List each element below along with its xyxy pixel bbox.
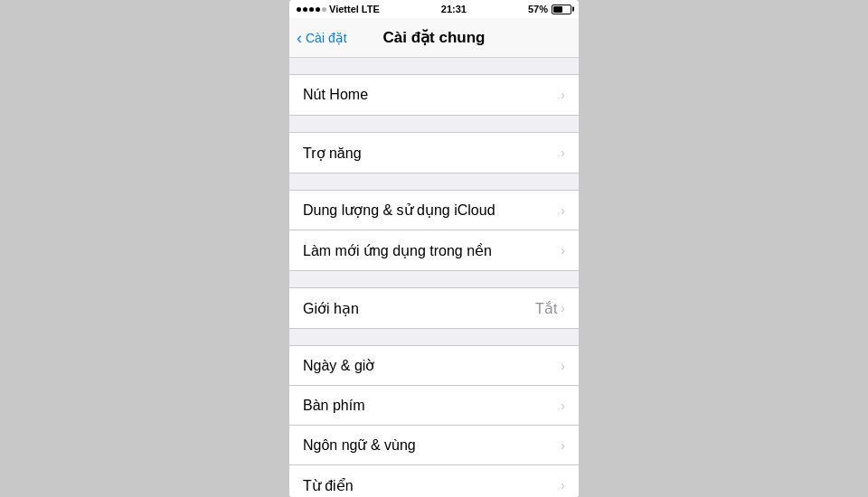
status-time: 21:31 — [441, 4, 467, 14]
section-gap-5 — [289, 329, 579, 345]
cell-nut-home[interactable]: Nút Home › — [289, 75, 579, 115]
cell-dung-luong[interactable]: Dung lượng & sử dụng iCloud › — [289, 191, 579, 230]
cell-right-ngay-gio: › — [561, 359, 565, 373]
chevron-icon-lam-moi: › — [561, 243, 565, 258]
chevron-icon-ngay-gio: › — [561, 359, 565, 373]
cell-right-ban-phim: › — [561, 399, 565, 413]
status-left: Viettel LTE — [297, 4, 380, 14]
nav-bar: ‹ Cài đặt Cài đặt chung — [289, 18, 579, 58]
phone-frame: Viettel LTE 21:31 57% ‹ Cài đặt Cài đặt … — [289, 0, 579, 497]
section-icloud: Dung lượng & sử dụng iCloud › Làm mới ứn… — [289, 190, 579, 271]
cell-label-lam-moi: Làm mới ứng dụng trong nền — [303, 242, 492, 259]
cell-lam-moi[interactable]: Làm mới ứng dụng trong nền › — [289, 230, 579, 270]
back-chevron-icon: ‹ — [297, 30, 302, 46]
chevron-icon-dung-luong: › — [561, 203, 565, 218]
cell-label-ngay-gio: Ngày & giờ — [303, 357, 374, 374]
chevron-icon-ngon-ngu: › — [561, 438, 565, 453]
chevron-icon-nut-home: › — [561, 88, 565, 102]
cell-label-tro-nang: Trợ năng — [303, 145, 362, 162]
back-label: Cài đặt — [306, 31, 347, 45]
cell-right-nut-home: › — [561, 88, 565, 102]
section-locale: Ngày & giờ › Bàn phím › Ngôn ngữ & vùng … — [289, 345, 579, 497]
settings-content: Nút Home › Trợ năng › Dung lượng & sử dụ… — [289, 58, 579, 497]
status-right: 57% — [528, 4, 571, 14]
cell-ngay-gio[interactable]: Ngày & giờ › — [289, 346, 579, 386]
chevron-icon-tu-dien: › — [561, 478, 565, 492]
cell-label-gioi-han: Giới hạn — [303, 300, 359, 317]
network-label: LTE — [362, 4, 380, 14]
section-gioi-han: Giới hạn Tắt › — [289, 287, 579, 329]
section-gap-top — [289, 58, 579, 74]
cell-tro-nang[interactable]: Trợ năng › — [289, 133, 579, 173]
cell-label-dung-luong: Dung lượng & sử dụng iCloud — [303, 202, 495, 219]
cell-right-tro-nang: › — [561, 145, 565, 160]
back-button[interactable]: ‹ Cài đặt — [297, 30, 347, 46]
chevron-icon-tro-nang: › — [561, 145, 565, 160]
cell-label-tu-dien: Từ điển — [303, 477, 354, 494]
signal-dot-1 — [297, 7, 301, 12]
cell-label-nut-home: Nút Home — [303, 87, 368, 103]
status-bar: Viettel LTE 21:31 57% — [289, 0, 579, 18]
cell-ban-phim[interactable]: Bàn phím › — [289, 386, 579, 426]
chevron-icon-ban-phim: › — [561, 399, 565, 413]
signal-dot-3 — [309, 7, 314, 12]
section-gap-4 — [289, 271, 579, 287]
section-gap-3 — [289, 173, 579, 190]
carrier-label: Viettel — [329, 4, 359, 14]
signal-dot-2 — [303, 7, 307, 12]
page-title: Cài đặt chung — [383, 28, 486, 47]
section-gap-2 — [289, 116, 579, 132]
cell-tu-dien[interactable]: Từ điển › — [289, 465, 579, 497]
cell-label-ngon-ngu: Ngôn ngữ & vùng — [303, 436, 416, 454]
cell-gioi-han[interactable]: Giới hạn Tắt › — [289, 288, 579, 328]
section-tro-nang: Trợ năng › — [289, 132, 579, 173]
signal-dots — [297, 7, 326, 12]
battery-fill — [553, 6, 562, 13]
cell-right-ngon-ngu: › — [561, 438, 565, 453]
cell-ngon-ngu[interactable]: Ngôn ngữ & vùng › — [289, 426, 579, 465]
cell-label-ban-phim: Bàn phím — [303, 398, 364, 414]
signal-dot-4 — [316, 7, 320, 12]
cell-right-tu-dien: › — [561, 478, 565, 492]
section-nut-home: Nút Home › — [289, 74, 579, 116]
cell-right-dung-luong: › — [561, 203, 565, 218]
cell-right-lam-moi: › — [561, 243, 565, 258]
signal-dot-5 — [322, 7, 326, 12]
battery-percent: 57% — [528, 4, 548, 14]
cell-value-gioi-han: Tắt — [535, 300, 557, 317]
battery-icon — [552, 5, 571, 14]
cell-right-gioi-han: Tắt › — [535, 300, 565, 317]
chevron-icon-gioi-han: › — [561, 301, 565, 315]
